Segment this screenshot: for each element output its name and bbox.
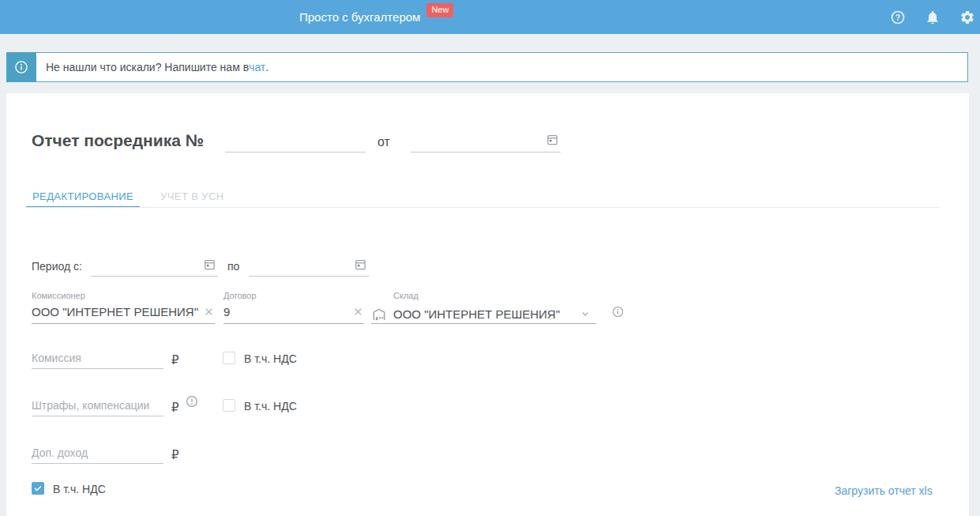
total-vat-label: В т.ч. НДС bbox=[53, 483, 106, 495]
upload-xls-link[interactable]: Загрузить отчет xls bbox=[835, 484, 933, 497]
tabs-divider bbox=[26, 207, 940, 208]
warehouse-label: Склад bbox=[393, 291, 596, 302]
period-label: Период с: bbox=[32, 260, 82, 273]
ruble-sign: ₽ bbox=[171, 448, 179, 462]
ruble-sign: ₽ bbox=[171, 401, 179, 415]
penalties-input[interactable] bbox=[32, 399, 163, 416]
help-icon[interactable]: ? bbox=[890, 9, 906, 25]
clear-icon[interactable] bbox=[352, 306, 364, 318]
info-banner-accent bbox=[6, 52, 36, 82]
tab-bar: РЕДАКТИРОВАНИЕ УЧЕТ В УСН bbox=[26, 190, 231, 208]
penalties-vat-label: В т.ч. НДС bbox=[244, 400, 297, 412]
report-card: Отчет посредника № от РЕДАКТИРОВАНИЕ УЧЕ… bbox=[6, 93, 969, 516]
commissioner-label: Комиссионер bbox=[32, 291, 215, 302]
commission-vat-label: В т.ч. НДС bbox=[244, 352, 297, 365]
tab-usn-accounting[interactable]: УЧЕТ В УСН bbox=[154, 190, 230, 208]
warehouse-select[interactable]: ООО "ИНТЕРНЕТ РЕШЕНИЯ" bbox=[371, 305, 596, 324]
period-to-input[interactable] bbox=[249, 259, 369, 277]
extra-income-input[interactable] bbox=[32, 446, 163, 464]
warehouse-icon bbox=[371, 307, 387, 322]
chat-link[interactable]: чат bbox=[249, 61, 265, 73]
calendar-icon[interactable] bbox=[203, 258, 216, 271]
warehouse-info-icon[interactable] bbox=[611, 305, 625, 318]
warehouse-value: ООО "ИНТЕРНЕТ РЕШЕНИЯ" bbox=[393, 307, 560, 321]
period-from-input[interactable] bbox=[91, 259, 218, 277]
contract-input[interactable] bbox=[223, 305, 364, 318]
gear-icon[interactable] bbox=[959, 9, 975, 25]
check-icon bbox=[33, 484, 43, 493]
bell-icon[interactable] bbox=[925, 9, 941, 25]
period-to-label: по bbox=[227, 260, 239, 273]
report-date-prefix: от bbox=[377, 135, 390, 149]
app-header: Просто с бухгалтером New ? bbox=[0, 0, 980, 34]
warning-icon[interactable] bbox=[185, 394, 199, 409]
report-number-input[interactable] bbox=[225, 134, 366, 153]
calendar-icon[interactable] bbox=[546, 133, 559, 146]
commission-vat-checkbox[interactable] bbox=[223, 352, 235, 364]
clear-icon[interactable] bbox=[203, 306, 215, 318]
chevron-down-icon[interactable] bbox=[579, 307, 591, 320]
period-from-field bbox=[91, 258, 218, 277]
ruble-sign: ₽ bbox=[171, 353, 179, 367]
app-title: Просто с бухгалтером bbox=[299, 10, 420, 24]
penalties-vat-checkbox[interactable] bbox=[223, 399, 235, 412]
page-title: Отчет посредника № bbox=[32, 131, 204, 150]
total-vat-checkbox[interactable] bbox=[32, 482, 44, 495]
warehouse-field: Склад ООО "ИНТЕРНЕТ РЕШЕНИЯ" bbox=[371, 291, 596, 324]
info-banner-text: Не нашли что искали? Напишите нам в чат. bbox=[36, 52, 968, 82]
period-to-field bbox=[249, 258, 369, 277]
commissioner-field: Комиссионер bbox=[32, 291, 215, 324]
new-badge: New bbox=[426, 3, 453, 17]
info-banner: Не нашли что искали? Напишите нам в чат. bbox=[6, 52, 968, 82]
app-title-wrap: Просто с бухгалтером New bbox=[299, 0, 453, 34]
report-date-input[interactable] bbox=[411, 134, 561, 153]
header-actions: ? bbox=[890, 0, 975, 34]
svg-text:?: ? bbox=[896, 13, 900, 21]
contract-field: Договор bbox=[223, 291, 364, 324]
banner-text-before: Не нашли что искали? Напишите нам в bbox=[46, 61, 249, 73]
banner-text-after: . bbox=[265, 61, 268, 73]
info-icon bbox=[13, 59, 29, 75]
contract-label: Договор bbox=[223, 291, 364, 302]
report-date-field bbox=[411, 134, 561, 153]
calendar-icon[interactable] bbox=[354, 258, 367, 271]
commissioner-input[interactable] bbox=[32, 305, 215, 318]
commission-input[interactable] bbox=[32, 352, 163, 369]
tab-editing[interactable]: РЕДАКТИРОВАНИЕ bbox=[26, 190, 140, 208]
